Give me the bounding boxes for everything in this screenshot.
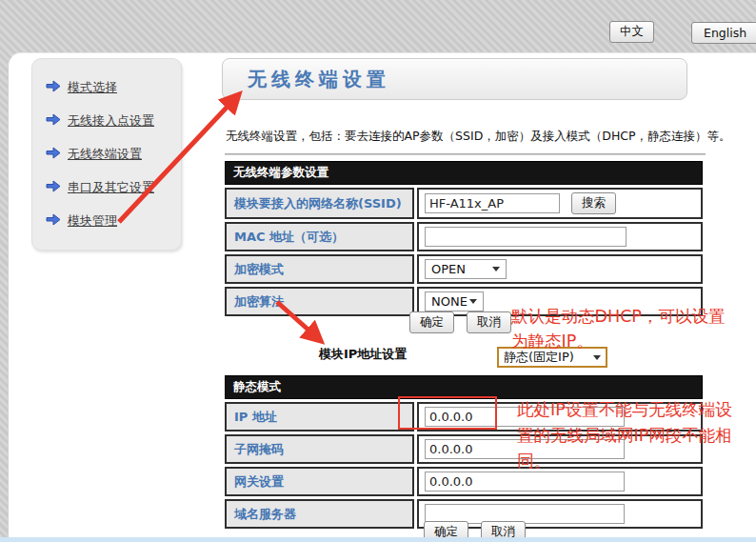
mac-label: MAC 地址（可选）	[225, 222, 414, 251]
sidebar-item-label: 模式选择	[68, 79, 117, 96]
selected-option: OPEN	[431, 262, 466, 276]
annotation-line: 置的无线局域网IP网段不能相	[517, 423, 732, 449]
divider	[225, 153, 706, 155]
lang-chinese-button[interactable]: 中文	[609, 21, 654, 43]
table-header: 无线终端参数设置	[225, 161, 703, 185]
ok-button[interactable]: 确定	[409, 311, 454, 333]
encryption-algorithm-label: 加密算法	[225, 287, 414, 316]
annotation-dhcp-note: 默认是动态DHCP，可以设置 为静态IP。	[511, 304, 725, 353]
sidebar-item-serial-settings[interactable]: 串口及其它设置	[32, 171, 181, 204]
lang-english-button[interactable]: English	[691, 22, 756, 44]
bottom-strip	[0, 537, 756, 542]
table-row-encryption-mode: 加密模式 OPEN	[225, 254, 703, 284]
sidebar-item-label: 模块管理	[68, 212, 117, 230]
blue-arrow-icon	[46, 111, 61, 130]
sidebar-item-module-management[interactable]: 模块管理	[32, 204, 181, 237]
ssid-input[interactable]	[425, 193, 560, 213]
annotation-highlight-rectangle	[398, 396, 497, 430]
chevron-down-icon	[469, 299, 477, 304]
sidebar-item-label: 串口及其它设置	[68, 179, 154, 196]
blue-arrow-icon	[46, 211, 61, 230]
sidebar-item-mode-select[interactable]: 模式选择	[32, 70, 181, 104]
encryption-algorithm-select[interactable]: NONE	[425, 291, 484, 311]
annotation-line: 同。	[517, 449, 732, 474]
blue-arrow-icon	[46, 145, 61, 163]
sta-params-table: 无线终端参数设置 模块要接入的网络名称(SSID) 搜索 MAC 地址（可选） …	[225, 161, 703, 316]
sidebar-item-label: 无线接入点设置	[68, 112, 154, 130]
sidebar-item-sta-settings[interactable]: 无线终端设置	[32, 137, 181, 171]
page-description: 无线终端设置，包括：要去连接的AP参数（SSID，加密）及接入模式（DHCP，静…	[226, 129, 745, 145]
chevron-down-icon	[593, 355, 601, 360]
ssid-label: 模块要接入的网络名称(SSID)	[225, 188, 414, 219]
blue-arrow-icon	[46, 178, 61, 196]
annotation-ip-note: 此处IP设置不能与无线终端设 置的无线局域网IP网段不能相 同。	[517, 397, 732, 474]
encryption-mode-select[interactable]: OPEN	[425, 259, 507, 279]
annotation-line: 默认是动态DHCP，可以设置	[511, 304, 725, 329]
ip-address-label: IP 地址	[225, 402, 414, 432]
mac-input[interactable]	[425, 227, 627, 247]
search-button[interactable]: 搜索	[571, 192, 616, 214]
table-row-ssid: 模块要接入的网络名称(SSID) 搜索	[225, 188, 703, 219]
subnet-mask-label: 子网掩码	[225, 434, 414, 464]
sidebar-item-label: 无线终端设置	[68, 146, 142, 163]
sta-form-buttons: 确定 取消	[409, 311, 511, 333]
ssid-value-cell: 搜索	[417, 188, 703, 219]
sidebar-item-ap-settings[interactable]: 无线接入点设置	[32, 104, 181, 137]
dns-server-label: 域名服务器	[225, 499, 414, 529]
cancel-button[interactable]: 取消	[467, 311, 511, 333]
encryption-mode-label: 加密模式	[225, 254, 414, 284]
gateway-label: 网关设置	[225, 467, 414, 496]
mac-value-cell	[417, 222, 703, 251]
page-title: 无线终端设置	[223, 59, 686, 99]
annotation-line: 为静态IP。	[511, 329, 725, 353]
encryption-mode-cell: OPEN	[417, 254, 703, 284]
selected-option: NONE	[431, 294, 468, 309]
table-row-mac: MAC 地址（可选）	[225, 222, 703, 251]
sidebar: 模式选择 无线接入点设置 无线终端设置 串口及其它设置 模块管理	[31, 58, 182, 251]
page-title-box: 无线终端设置	[222, 58, 687, 100]
ip-mode-label: 模块IP地址设置	[319, 346, 407, 363]
chevron-down-icon	[492, 267, 500, 271]
annotation-line: 此处IP设置不能与无线终端设	[517, 397, 732, 423]
blue-arrow-icon	[46, 78, 61, 96]
gateway-input[interactable]	[425, 472, 625, 492]
